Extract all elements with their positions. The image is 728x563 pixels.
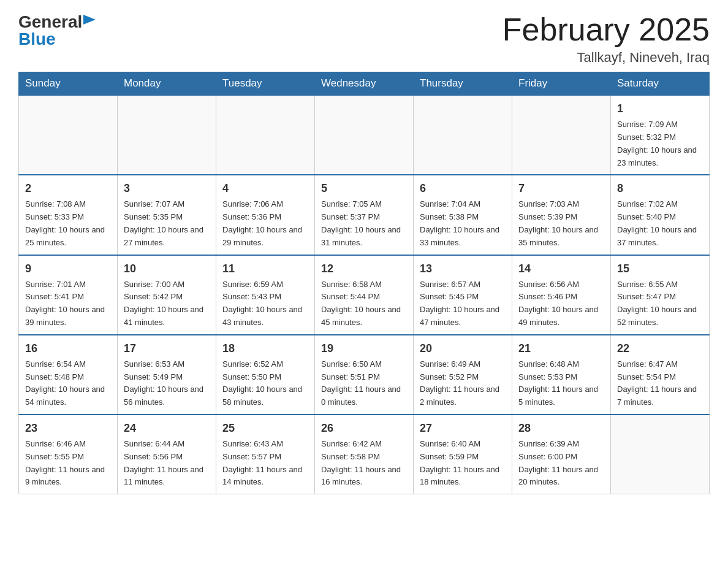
day-number: 8	[617, 180, 703, 197]
title-block: February 2025 Tallkayf, Nineveh, Iraq	[502, 12, 710, 66]
day-number: 11	[222, 261, 308, 277]
calendar-cell	[611, 415, 710, 494]
calendar-cell: 23Sunrise: 6:46 AM Sunset: 5:55 PM Dayli…	[19, 415, 118, 494]
calendar-week-row: 2Sunrise: 7:08 AM Sunset: 5:33 PM Daylig…	[19, 175, 710, 255]
calendar-cell: 24Sunrise: 6:44 AM Sunset: 5:56 PM Dayli…	[118, 415, 216, 494]
day-info: Sunrise: 6:57 AM Sunset: 5:45 PM Dayligh…	[420, 278, 506, 329]
calendar-cell: 9Sunrise: 7:01 AM Sunset: 5:41 PM Daylig…	[19, 255, 118, 335]
day-number: 10	[124, 261, 210, 277]
day-info: Sunrise: 7:03 AM Sunset: 5:39 PM Dayligh…	[518, 198, 604, 249]
calendar-cell: 3Sunrise: 7:07 AM Sunset: 5:35 PM Daylig…	[118, 175, 216, 255]
calendar-cell	[414, 95, 512, 175]
day-info: Sunrise: 6:44 AM Sunset: 5:56 PM Dayligh…	[124, 438, 210, 489]
day-info: Sunrise: 6:53 AM Sunset: 5:49 PM Dayligh…	[124, 358, 210, 409]
day-info: Sunrise: 7:08 AM Sunset: 5:33 PM Dayligh…	[25, 198, 111, 249]
weekday-header: Thursday	[414, 72, 512, 96]
weekday-header: Wednesday	[315, 72, 414, 96]
calendar-cell: 26Sunrise: 6:42 AM Sunset: 5:58 PM Dayli…	[315, 415, 414, 494]
calendar-cell: 12Sunrise: 6:58 AM Sunset: 5:44 PM Dayli…	[315, 255, 414, 335]
day-number: 15	[617, 261, 703, 277]
calendar-title: February 2025	[502, 12, 710, 47]
day-info: Sunrise: 6:54 AM Sunset: 5:48 PM Dayligh…	[25, 358, 111, 409]
day-number: 12	[321, 261, 407, 277]
weekday-header: Saturday	[611, 72, 710, 96]
day-info: Sunrise: 6:43 AM Sunset: 5:57 PM Dayligh…	[222, 438, 308, 489]
day-info: Sunrise: 6:55 AM Sunset: 5:47 PM Dayligh…	[617, 278, 703, 329]
calendar-cell: 17Sunrise: 6:53 AM Sunset: 5:49 PM Dayli…	[118, 335, 216, 415]
day-number: 3	[124, 180, 210, 197]
day-number: 5	[321, 180, 407, 197]
calendar-cell: 13Sunrise: 6:57 AM Sunset: 5:45 PM Dayli…	[414, 255, 512, 335]
day-number: 17	[124, 340, 210, 357]
calendar-cell: 11Sunrise: 6:59 AM Sunset: 5:43 PM Dayli…	[216, 255, 315, 335]
day-info: Sunrise: 6:48 AM Sunset: 5:53 PM Dayligh…	[518, 358, 604, 409]
calendar-week-row: 1Sunrise: 7:09 AM Sunset: 5:32 PM Daylig…	[19, 95, 710, 175]
day-number: 25	[222, 420, 308, 437]
day-info: Sunrise: 6:40 AM Sunset: 5:59 PM Dayligh…	[420, 438, 506, 489]
calendar-cell: 10Sunrise: 7:00 AM Sunset: 5:42 PM Dayli…	[118, 255, 216, 335]
day-info: Sunrise: 6:39 AM Sunset: 6:00 PM Dayligh…	[518, 438, 604, 489]
page-header: General Blue February 2025 Tallkayf, Nin…	[18, 12, 710, 66]
day-number: 27	[420, 420, 506, 437]
day-number: 23	[25, 420, 111, 437]
day-number: 1	[617, 101, 703, 117]
day-number: 28	[518, 420, 604, 437]
calendar-cell	[315, 95, 414, 175]
weekday-header: Monday	[118, 72, 216, 96]
day-number: 16	[25, 340, 111, 357]
day-info: Sunrise: 6:46 AM Sunset: 5:55 PM Dayligh…	[25, 438, 111, 489]
logo-flag-icon	[83, 15, 96, 28]
calendar-cell: 8Sunrise: 7:02 AM Sunset: 5:40 PM Daylig…	[611, 175, 710, 255]
calendar-cell: 25Sunrise: 6:43 AM Sunset: 5:57 PM Dayli…	[216, 415, 315, 494]
day-info: Sunrise: 7:01 AM Sunset: 5:41 PM Dayligh…	[25, 278, 111, 329]
calendar-subtitle: Tallkayf, Nineveh, Iraq	[502, 50, 710, 66]
calendar-cell: 20Sunrise: 6:49 AM Sunset: 5:52 PM Dayli…	[414, 335, 512, 415]
day-number: 20	[420, 340, 506, 357]
calendar-cell: 2Sunrise: 7:08 AM Sunset: 5:33 PM Daylig…	[19, 175, 118, 255]
day-info: Sunrise: 6:56 AM Sunset: 5:46 PM Dayligh…	[518, 278, 604, 329]
svg-marker-0	[83, 15, 96, 25]
calendar-cell: 18Sunrise: 6:52 AM Sunset: 5:50 PM Dayli…	[216, 335, 315, 415]
day-info: Sunrise: 6:59 AM Sunset: 5:43 PM Dayligh…	[222, 278, 308, 329]
day-number: 14	[518, 261, 604, 277]
day-number: 26	[321, 420, 407, 437]
day-number: 7	[518, 180, 604, 197]
day-number: 2	[25, 180, 111, 197]
day-info: Sunrise: 7:02 AM Sunset: 5:40 PM Dayligh…	[617, 198, 703, 249]
calendar-week-row: 23Sunrise: 6:46 AM Sunset: 5:55 PM Dayli…	[19, 415, 710, 494]
calendar-cell: 15Sunrise: 6:55 AM Sunset: 5:47 PM Dayli…	[611, 255, 710, 335]
day-number: 9	[25, 261, 111, 277]
day-info: Sunrise: 7:05 AM Sunset: 5:37 PM Dayligh…	[321, 198, 407, 249]
day-info: Sunrise: 7:06 AM Sunset: 5:36 PM Dayligh…	[222, 198, 308, 249]
day-info: Sunrise: 7:00 AM Sunset: 5:42 PM Dayligh…	[124, 278, 210, 329]
calendar-cell	[19, 95, 118, 175]
day-number: 4	[222, 180, 308, 197]
day-number: 21	[518, 340, 604, 357]
logo-blue-text: Blue	[18, 29, 56, 49]
day-info: Sunrise: 6:52 AM Sunset: 5:50 PM Dayligh…	[222, 358, 308, 409]
day-info: Sunrise: 6:50 AM Sunset: 5:51 PM Dayligh…	[321, 358, 407, 409]
calendar-cell: 21Sunrise: 6:48 AM Sunset: 5:53 PM Dayli…	[512, 335, 611, 415]
weekday-header: Sunday	[19, 72, 118, 96]
day-number: 24	[124, 420, 210, 437]
day-info: Sunrise: 6:58 AM Sunset: 5:44 PM Dayligh…	[321, 278, 407, 329]
calendar-week-row: 9Sunrise: 7:01 AM Sunset: 5:41 PM Daylig…	[19, 255, 710, 335]
calendar-week-row: 16Sunrise: 6:54 AM Sunset: 5:48 PM Dayli…	[19, 335, 710, 415]
day-number: 22	[617, 340, 703, 357]
calendar-header-row: SundayMondayTuesdayWednesdayThursdayFrid…	[19, 72, 710, 96]
calendar-table: SundayMondayTuesdayWednesdayThursdayFrid…	[18, 72, 710, 494]
day-info: Sunrise: 6:47 AM Sunset: 5:54 PM Dayligh…	[617, 358, 703, 409]
calendar-cell: 22Sunrise: 6:47 AM Sunset: 5:54 PM Dayli…	[611, 335, 710, 415]
weekday-header: Tuesday	[216, 72, 315, 96]
calendar-cell	[512, 95, 611, 175]
calendar-cell: 16Sunrise: 6:54 AM Sunset: 5:48 PM Dayli…	[19, 335, 118, 415]
day-info: Sunrise: 7:07 AM Sunset: 5:35 PM Dayligh…	[124, 198, 210, 249]
calendar-cell: 6Sunrise: 7:04 AM Sunset: 5:38 PM Daylig…	[414, 175, 512, 255]
logo: General Blue	[18, 12, 96, 49]
day-info: Sunrise: 7:04 AM Sunset: 5:38 PM Dayligh…	[420, 198, 506, 249]
calendar-cell: 4Sunrise: 7:06 AM Sunset: 5:36 PM Daylig…	[216, 175, 315, 255]
calendar-cell: 5Sunrise: 7:05 AM Sunset: 5:37 PM Daylig…	[315, 175, 414, 255]
calendar-cell	[216, 95, 315, 175]
day-number: 19	[321, 340, 407, 357]
calendar-cell: 19Sunrise: 6:50 AM Sunset: 5:51 PM Dayli…	[315, 335, 414, 415]
